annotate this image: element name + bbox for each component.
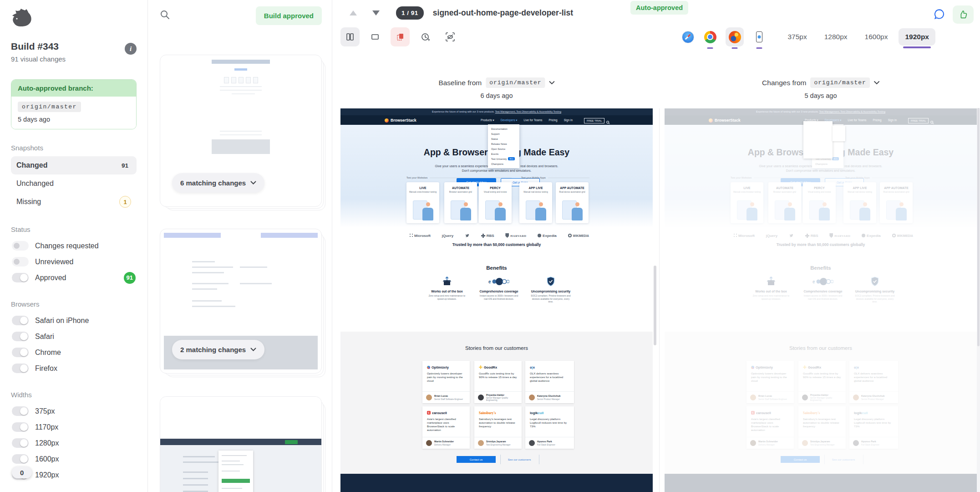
snapshot-group-thumbnail[interactable]: 6 matching changes — [160, 55, 322, 207]
browser-safari-on-iphone[interactable]: Safari on iPhone — [11, 313, 137, 328]
approve-button[interactable] — [953, 5, 974, 24]
trusted-caption: Trusted by more than 50,000 customers gl… — [340, 242, 653, 247]
search-icon[interactable] — [160, 10, 170, 22]
filter-label: 1170px — [35, 423, 136, 431]
filter-label: Safari — [35, 333, 136, 341]
filter-unchanged[interactable]: Unchanged3 — [11, 174, 137, 193]
width-button-1920px[interactable]: 1920px — [899, 28, 935, 46]
browser-safari[interactable]: Safari — [11, 328, 137, 344]
filter-missing[interactable]: Missing1 — [11, 193, 137, 211]
width-button-group: 375px1280px1600px1920px — [781, 28, 935, 46]
browser-filter-list: Safari on iPhoneSafariChromeFirefox — [11, 313, 137, 376]
toggle-safari[interactable] — [12, 332, 29, 341]
product-desc: Visual testing and review — [479, 191, 512, 193]
window-scrollbar[interactable] — [977, 108, 980, 492]
product-illustration — [560, 200, 584, 220]
info-icon[interactable]: i — [125, 43, 137, 55]
status-label: Changes requested — [35, 242, 136, 250]
toggle-375px[interactable] — [12, 406, 29, 416]
toggle-1600px[interactable] — [12, 454, 29, 464]
width-1600px[interactable]: 1600px — [11, 451, 137, 467]
browsers-section-label: Browsers — [11, 300, 137, 308]
story-quote: Legal discovery platform Logikcull reduc… — [530, 417, 569, 428]
avatar — [426, 395, 432, 400]
snapshot-history-button[interactable] — [416, 27, 435, 46]
story-card-carousell: CcarousellAsia's largest classified mark… — [422, 406, 470, 449]
width-1280px[interactable]: 1280px — [11, 435, 137, 451]
status-approved[interactable]: Approved91 — [11, 270, 137, 286]
browser-mobile-button[interactable] — [752, 27, 766, 46]
build-approved-button[interactable]: Build approved — [256, 6, 322, 25]
matching-changes-dropdown[interactable]: 6 matching changes — [172, 173, 264, 193]
auto-approved-badge: Auto-approved — [630, 1, 688, 15]
developers-dropdown-menu: DocumentationSupportStatusRelease NotesO… — [488, 124, 519, 168]
width-button-1600px[interactable]: 1600px — [858, 28, 894, 46]
thumbs-up-icon — [958, 10, 968, 20]
story-card-carousell: CcarousellAsia's largest classified mark… — [746, 406, 794, 449]
toggle-firefox[interactable] — [12, 364, 29, 373]
toggle-chrome[interactable] — [12, 348, 29, 357]
baseline-branch-chip[interactable]: origin/master — [486, 77, 545, 88]
story-quote: Asia's largest classified marketplace us… — [427, 417, 465, 432]
baseline-screenshot: Experience the future of testing with ou… — [340, 108, 653, 492]
product-name: APP AUTOMATE — [556, 186, 589, 190]
filter-changed[interactable]: Changed91 — [11, 156, 137, 174]
status-changes-requested[interactable]: Changes requested0 — [11, 238, 137, 254]
toggle-knob — [14, 259, 20, 265]
chevron-down-icon[interactable] — [549, 81, 555, 85]
story-author: Kateryna GlushchukSenior Product Manager — [525, 391, 574, 403]
menu-item-champions: Champions — [488, 161, 519, 166]
author-role: Senior Product Manager — [861, 398, 885, 400]
width-375px[interactable]: 375px — [11, 403, 137, 419]
story-logo: GoodRx — [803, 364, 841, 370]
single-pane-icon — [371, 32, 380, 41]
toggle-1280px[interactable] — [12, 438, 29, 448]
benefit-desc: Instant access to 3000+ browsers and rea… — [474, 294, 524, 300]
previous-snapshot-button[interactable] — [350, 10, 357, 15]
side-by-side-view-button[interactable] — [340, 27, 360, 46]
toggle-unreviewed[interactable] — [12, 257, 29, 266]
toggle-changes-requested[interactable] — [12, 241, 29, 251]
websites-group-label: Test your Websites — [731, 176, 836, 179]
snapshot-group-thumbnail[interactable]: 2 matching changes — [160, 229, 322, 374]
matching-changes-dropdown[interactable]: 2 matching changes — [172, 340, 264, 359]
hide-regions-button[interactable] — [441, 27, 460, 46]
author-text: Hyunoo ParkFull Stack Engineer — [537, 440, 555, 446]
diff-highlight-toggle[interactable] — [391, 27, 410, 46]
toggle-approved[interactable] — [12, 273, 29, 282]
browser-chrome[interactable]: Chrome — [11, 344, 137, 360]
percy-logo[interactable] — [11, 8, 137, 29]
toggle-safari-on-iphone[interactable] — [12, 316, 29, 325]
width-button-1280px[interactable]: 1280px — [818, 28, 854, 46]
chevron-down-icon[interactable] — [874, 81, 879, 85]
filter-label: Safari on iPhone — [35, 317, 136, 325]
browser-firefox[interactable]: Firefox — [11, 360, 137, 376]
changes-branch-chip[interactable]: origin/master — [810, 77, 869, 88]
panel-scrollbar[interactable] — [654, 266, 656, 345]
author-name: Kateryna Glushchuk — [537, 395, 561, 397]
next-snapshot-button[interactable] — [372, 10, 380, 15]
status-unreviewed[interactable]: Unreviewed0 — [11, 254, 137, 270]
story-logo: o|x — [530, 364, 569, 370]
width-button-375px[interactable]: 375px — [781, 28, 813, 46]
benefit-works-out-of-the-box: Works out of the boxZero setup and zero … — [422, 275, 472, 300]
toggle-1170px[interactable] — [12, 422, 29, 432]
baseline-panel[interactable]: Experience the future of testing with ou… — [340, 108, 653, 492]
browser-safari-button[interactable] — [681, 27, 695, 46]
beta-badge: Beta — [832, 157, 838, 160]
benefit-icon — [422, 275, 472, 288]
snapshot-group-thumbnail[interactable] — [160, 396, 322, 492]
comment-button[interactable] — [933, 8, 945, 22]
product-illustration — [483, 200, 507, 220]
snapshot-title: signed-out-home-page-developer-list — [433, 8, 573, 18]
browser-firefox-button[interactable] — [726, 27, 744, 46]
changes-panel[interactable]: Experience the future of testing with ou… — [665, 108, 977, 492]
benefit-title: Comprehensive coverage — [474, 290, 524, 293]
single-view-button[interactable] — [366, 27, 385, 46]
browserstack-logo: BrowserStack — [385, 118, 416, 123]
product-name: LIVE — [406, 186, 439, 190]
width-1170px[interactable]: 1170px — [11, 419, 137, 435]
author-role: Test Engineering Manager — [486, 444, 511, 446]
avatar — [478, 395, 484, 400]
browser-chrome-button[interactable] — [703, 27, 717, 46]
